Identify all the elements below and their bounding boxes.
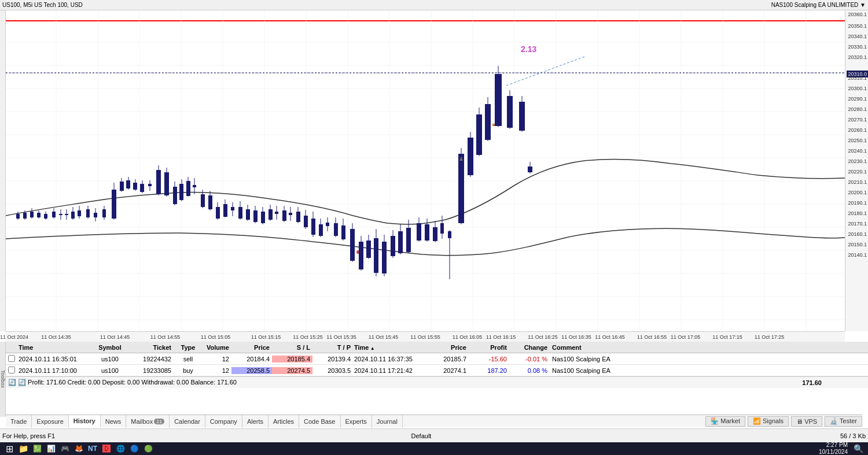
price-label-20150: 20150.1 [848, 242, 867, 247]
taskbar-game[interactable]: 🎮 [58, 442, 72, 455]
market-button[interactable]: 🏪 Market [705, 416, 745, 427]
vps-button[interactable]: 🖥 VPS [791, 416, 822, 427]
svg-rect-110 [289, 213, 292, 215]
taskbar-chrome[interactable]: 🔵 [127, 442, 141, 455]
tab-codebase[interactable]: Code Base [299, 415, 340, 428]
time-label-11: 11 Oct 16:15 [486, 334, 516, 340]
tab-mailbox[interactable]: Mailbox 11 [126, 415, 170, 428]
price-label-20340: 20340.1 [848, 34, 867, 39]
row-checkbox-1[interactable] [6, 355, 17, 363]
taskbar-clock: 2:27 PM [819, 442, 848, 449]
start-button[interactable]: ⊞ [2, 442, 16, 455]
row-checkbox-2[interactable] [6, 367, 17, 375]
row-comment-2: Nas100 Scalping EA [550, 367, 868, 374]
row-price-1: 20184.4 [231, 356, 272, 362]
time-label-3: 11 Oct 14:55 [150, 334, 181, 340]
price-label-20310: 20310.1 [848, 75, 867, 81]
price-label-20170: 20170.1 [848, 221, 867, 227]
time-axis: 11 Oct 2024 11 Oct 14:35 11 Oct 14:45 11… [6, 331, 845, 342]
price-label-20220: 20220.1 [848, 169, 867, 175]
tab-calendar[interactable]: Calendar [170, 415, 205, 428]
tab-articles[interactable]: Articles [269, 415, 299, 428]
tab-journal[interactable]: Journal [372, 415, 403, 428]
time-label-9: 11 Oct 15:55 [410, 334, 440, 340]
trade-table: Time Symbol Ticket Type Volume Price S /… [6, 342, 868, 388]
col-header-comment: Comment [550, 344, 868, 351]
price-label-20160: 20160.1 [848, 231, 867, 237]
svg-text:2.13: 2.13 [521, 45, 536, 54]
toolbox-label: Toolbox [0, 342, 6, 417]
time-label-0: 11 Oct 2024 [0, 334, 28, 340]
taskbar-d[interactable]: 🅳 [100, 442, 113, 455]
time-label-17: 11 Oct 17:15 [712, 334, 742, 340]
price-label-20280: 20280.1 [848, 106, 867, 112]
taskbar-chart2[interactable]: 📊 [44, 442, 58, 455]
row-profit-1: -15.60 [469, 356, 509, 362]
row-type-2: buy [174, 367, 203, 374]
price-axis: 20360.1 20350.1 20340.1 20330.1 20320.1 … [845, 10, 868, 331]
price-label-20360: 20360.1 [848, 12, 867, 17]
tab-news[interactable]: News [101, 415, 127, 428]
taskbar-search-icon[interactable]: 🔍 [851, 444, 866, 453]
tester-button[interactable]: 🔬 Tester [825, 416, 862, 427]
row-type-1: sell [174, 356, 203, 362]
top-bar: US100, M5i US Tech 100, USD NAS100 Scalp… [0, 0, 868, 10]
row-profit-2: 187.20 [469, 367, 509, 374]
row-symbol-1: us100 [93, 356, 127, 362]
row-time2-1: 2024.10.11 16:37:35 [353, 356, 428, 362]
svg-rect-106 [275, 212, 278, 214]
time-label-2: 11 Oct 14:45 [100, 334, 130, 340]
row-ticket-1: 19224432 [127, 356, 174, 362]
svg-rect-94 [231, 207, 234, 210]
svg-rect-72 [148, 184, 152, 186]
time-label-1: 11 Oct 14:35 [41, 334, 71, 340]
price-label-20230: 20230.1 [848, 158, 867, 164]
tabs-right: 🏪 Market 📶 Signals 🖥 VPS 🔬 Tester [705, 416, 862, 427]
price-label-20300: 20300.1 [848, 86, 867, 91]
time-label-6: 11 Oct 15:25 [293, 334, 323, 340]
row-price2-2: 20274.1 [428, 367, 469, 374]
tab-alerts[interactable]: Alerts [242, 415, 269, 428]
price-label-20320: 20320.1 [848, 54, 867, 60]
taskbar-chart1[interactable]: 💹 [30, 442, 44, 455]
svg-rect-50 [65, 214, 68, 215]
row-change-1: -0.01 % [509, 356, 550, 362]
time-label-8: 11 Oct 15:45 [369, 334, 399, 340]
taskbar-browser[interactable]: 🦊 [72, 442, 86, 455]
signals-button[interactable]: 📶 Signals [748, 416, 789, 427]
tab-trade[interactable]: Trade [6, 415, 32, 428]
footer-total-profit: 171.60 [802, 379, 868, 386]
svg-rect-120 [326, 223, 329, 226]
tab-exposure[interactable]: Exposure [32, 415, 68, 428]
price-label-20200: 20200.1 [848, 190, 867, 195]
col-header-symbol: Symbol [93, 344, 127, 351]
col-header-tp: T / P [312, 344, 353, 351]
table-row[interactable]: 2024.10.11 16:35:01 us100 19224432 sell … [6, 353, 868, 365]
time-label-18: 11 Oct 17:25 [755, 334, 785, 340]
row-time-2: 2024.10.11 17:10:00 [17, 367, 93, 374]
taskbar-green[interactable]: 🟢 [141, 442, 155, 455]
time-label-5: 11 Oct 15:15 [251, 334, 281, 340]
taskbar-folder[interactable]: 📁 [16, 442, 30, 455]
tab-experts[interactable]: Experts [341, 415, 372, 428]
table-header: Time Symbol Ticket Type Volume Price S /… [6, 342, 868, 353]
time-label-10: 11 Oct 16:05 [453, 334, 483, 340]
svg-rect-58 [94, 213, 97, 217]
row-change-2: 0.08 % [509, 367, 550, 374]
price-label-20140: 20140.1 [848, 252, 867, 258]
col-header-time2[interactable]: Time [353, 344, 428, 351]
row-sl-1: 20185.4 [272, 356, 312, 362]
svg-rect-84 [193, 185, 196, 187]
time-label-4: 11 Oct 15:05 [201, 334, 231, 340]
time-label-12: 11 Oct 16:25 [528, 334, 558, 340]
col-header-change: Change [509, 344, 550, 351]
status-default: Default [387, 432, 456, 439]
taskbar-globe[interactable]: 🌐 [113, 442, 127, 455]
price-label-20270: 20270.1 [848, 117, 867, 123]
table-footer: 🔄 🔄 Profit: 171.60 Credit: 0.00 Deposit:… [6, 376, 868, 388]
taskbar-nt[interactable]: NT [86, 442, 100, 455]
col-header-price: Price [231, 344, 272, 351]
tab-company[interactable]: Company [205, 415, 242, 428]
tab-history[interactable]: History [69, 415, 101, 428]
table-row[interactable]: 2024.10.11 17:10:00 us100 19233085 buy 1… [6, 365, 868, 376]
